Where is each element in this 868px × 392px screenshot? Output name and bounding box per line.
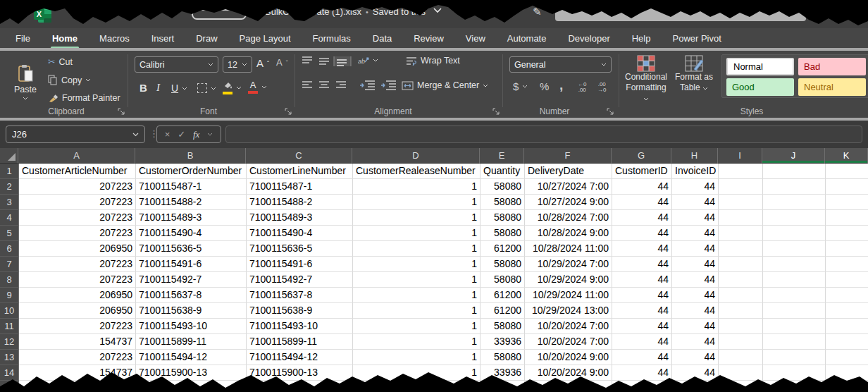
cell-E9[interactable]: 61200 [480, 288, 525, 303]
cell-F5[interactable]: 10/28/2024 9:00 [525, 226, 612, 241]
cell-J15[interactable] [763, 381, 826, 392]
cell-C3[interactable]: 7100115488-2 [247, 195, 353, 210]
cell-B5[interactable]: 7100115490-4 [136, 226, 247, 241]
cell-D8[interactable]: 1 [353, 272, 480, 288]
tab-macros[interactable]: Macros [98, 30, 131, 47]
merge-center-button[interactable]: Merge & Center [402, 80, 488, 90]
cell-K1[interactable] [826, 164, 868, 179]
cell-A7[interactable]: 207223 [19, 257, 136, 272]
column-header-A[interactable]: A [18, 148, 135, 164]
cell-C8[interactable]: 7100115492-7 [247, 272, 353, 288]
cell-C12[interactable]: 7100115899-11 [247, 334, 353, 350]
tab-review[interactable]: Review [412, 30, 445, 47]
cell-A3[interactable]: 207223 [19, 195, 136, 210]
cell-G14[interactable]: 44 [612, 365, 672, 381]
cell-D10[interactable]: 1 [353, 303, 480, 319]
cancel-formula-icon[interactable]: × [165, 129, 170, 140]
cell-J4[interactable] [763, 210, 826, 226]
cell-G3[interactable]: 44 [612, 195, 672, 210]
tab-help[interactable]: Help [631, 30, 652, 47]
borders-button[interactable] [197, 83, 216, 93]
cell-B3[interactable]: 7100115488-2 [136, 195, 247, 210]
clipboard-dialog-launcher-icon[interactable] [118, 108, 125, 115]
cut-button[interactable]: ✂ Cut [48, 56, 73, 67]
cell-J2[interactable] [763, 179, 826, 195]
cell-D13[interactable]: 1 [353, 350, 480, 365]
cell-I9[interactable] [719, 288, 763, 303]
column-header-G[interactable]: G [612, 148, 671, 164]
row-header-13[interactable]: 13 [0, 350, 19, 365]
cell-I3[interactable] [719, 195, 763, 210]
cell-D1[interactable]: CustomerRealeaseNumber [353, 164, 480, 179]
cell-F15[interactable] [525, 381, 612, 392]
wrap-text-button[interactable]: Wrap Text [406, 56, 460, 66]
fx-chevron-down-icon[interactable] [207, 133, 213, 136]
cell-G6[interactable]: 44 [612, 241, 672, 257]
font-size-combo[interactable]: 12 [223, 56, 252, 73]
cell-style-bad[interactable]: Bad [798, 58, 866, 75]
format-as-table-button[interactable]: Format as Table [672, 55, 716, 93]
row-header-6[interactable]: 6 [0, 241, 19, 257]
cell-G15[interactable] [612, 381, 672, 392]
paste-button[interactable]: Paste [8, 55, 42, 109]
cell-D9[interactable]: 1 [353, 288, 480, 303]
cell-J5[interactable] [763, 226, 826, 241]
autosave-pill-remnant[interactable] [192, 9, 247, 20]
column-header-B[interactable]: B [135, 148, 246, 164]
cell-G1[interactable]: CustomerID [612, 164, 672, 179]
cell-F8[interactable]: 10/29/2024 9:00 [525, 272, 612, 288]
cell-F1[interactable]: DeliveryDate [525, 164, 612, 179]
cell-J6[interactable] [763, 241, 826, 257]
cell-B11[interactable]: 7100115493-10 [136, 319, 247, 334]
bold-button[interactable]: B [140, 82, 147, 94]
cell-J12[interactable] [763, 334, 826, 350]
cell-B1[interactable]: CustomerOrderNumber [136, 164, 247, 179]
cell-A14[interactable]: 154737 [19, 365, 136, 381]
cell-K3[interactable] [826, 195, 868, 210]
select-all-corner[interactable] [0, 148, 18, 164]
cell-H11[interactable]: 44 [672, 319, 719, 334]
cell-C10[interactable]: 7100115638-9 [247, 303, 353, 319]
cell-A12[interactable]: 154737 [19, 334, 136, 350]
cell-A4[interactable]: 207223 [19, 210, 136, 226]
decrease-decimal-button[interactable]: .00→0 [597, 82, 606, 93]
row-header-15[interactable]: 15 [0, 381, 19, 392]
cell-K8[interactable] [826, 272, 868, 288]
cell-E3[interactable]: 58080 [480, 195, 525, 210]
cell-I10[interactable] [719, 303, 763, 319]
cell-K14[interactable] [826, 365, 868, 381]
cell-K5[interactable] [826, 226, 868, 241]
cell-E10[interactable]: 61200 [480, 303, 525, 319]
cell-J8[interactable] [763, 272, 826, 288]
tab-automate[interactable]: Automate [506, 30, 548, 47]
enter-formula-icon[interactable]: ✓ [178, 129, 185, 140]
row-header-8[interactable]: 8 [0, 272, 19, 288]
column-header-D[interactable]: D [352, 148, 480, 164]
cell-E13[interactable]: 58080 [480, 350, 525, 365]
orientation-button[interactable]: ab [358, 55, 378, 65]
cell-C6[interactable]: 7100115636-5 [247, 241, 353, 257]
cell-I12[interactable] [719, 334, 763, 350]
cell-J1[interactable] [763, 164, 826, 179]
cell-D15[interactable] [353, 381, 480, 392]
column-header-I[interactable]: I [718, 148, 762, 164]
font-color-button[interactable]: A [248, 80, 267, 94]
cell-K15[interactable] [826, 381, 868, 392]
number-format-combo[interactable]: General [509, 56, 612, 73]
cell-F14[interactable]: 10/20/2024 9:00 [525, 365, 612, 381]
row-header-2[interactable]: 2 [0, 179, 19, 195]
cell-G13[interactable]: 44 [612, 350, 672, 365]
cell-F7[interactable]: 10/29/2024 7:00 [525, 257, 612, 272]
cell-I1[interactable] [719, 164, 763, 179]
cell-I7[interactable] [719, 257, 763, 272]
cell-F13[interactable]: 10/20/2024 9:00 [525, 350, 612, 365]
cell-B7[interactable]: 7100115491-6 [136, 257, 247, 272]
cell-A8[interactable]: 207223 [19, 272, 136, 288]
cell-H8[interactable]: 44 [672, 272, 719, 288]
cell-B9[interactable]: 7100115637-8 [136, 288, 247, 303]
cell-C14[interactable]: 7100115900-13 [247, 365, 353, 381]
cell-G12[interactable]: 44 [612, 334, 672, 350]
search-box-remnant[interactable] [555, 6, 806, 21]
column-header-E[interactable]: E [480, 148, 524, 164]
cell-H3[interactable]: 44 [672, 195, 719, 210]
